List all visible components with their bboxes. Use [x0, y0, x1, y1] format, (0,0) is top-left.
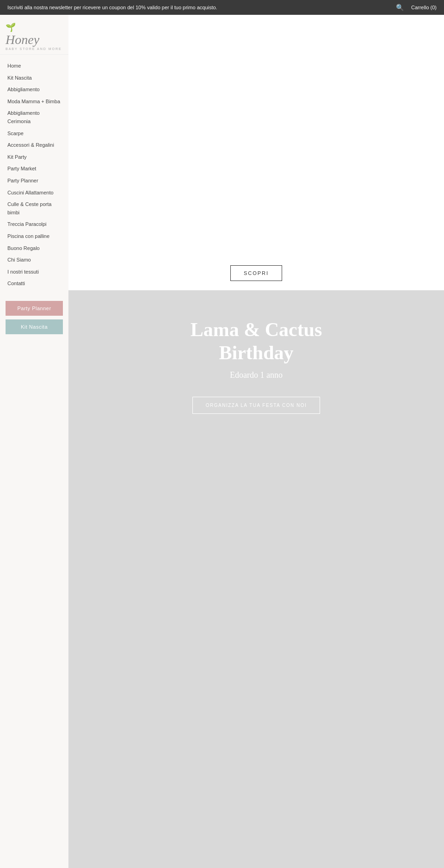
sidebar-nav-item[interactable]: Treccia Paracolpi [0, 219, 68, 231]
top-banner: Iscriviti alla nostra newsletter per ric… [0, 0, 444, 15]
page-wrapper: 🌱 Honey BABY STORE AND MORE HomeKit Nasc… [0, 15, 444, 868]
sidebar-nav-item[interactable]: Party Planner [0, 175, 68, 187]
sidebar-nav-item[interactable]: Chi Siamo [0, 254, 68, 266]
sidebar-nav-item[interactable]: Accessori & Regalini [0, 139, 68, 151]
feature-subtitle: Edoardo 1 anno [230, 370, 283, 380]
banner-right: 🔍 Carrello (0) [396, 4, 437, 11]
sidebar-cta: Party Planner Kit Nascita [0, 293, 68, 340]
sidebar-nav-item[interactable]: Kit Nascita [0, 72, 68, 84]
sidebar-nav-item[interactable]: Moda Mamma + Bimba [0, 96, 68, 108]
party-planner-button[interactable]: Party Planner [6, 301, 63, 316]
search-icon[interactable]: 🔍 [396, 4, 404, 11]
sidebar-nav-item[interactable]: Scarpe [0, 128, 68, 140]
sidebar-nav-item[interactable]: Abbigliamento [0, 84, 68, 96]
sidebar-nav-item[interactable]: Culle & Ceste porta bimbi [0, 199, 68, 219]
feature-section: Lama & Cactus Birthday Edoardo 1 anno OR… [68, 290, 444, 868]
scopri-button[interactable]: SCOPRI [230, 265, 282, 281]
sidebar-nav: HomeKit NascitaAbbigliamentoModa Mamma +… [0, 55, 68, 293]
organize-button[interactable]: ORGANIZZA LA TUA FESTA CON NOI [192, 397, 321, 414]
sidebar-nav-item[interactable]: I nostri tessuti [0, 266, 68, 278]
sidebar-nav-item[interactable]: Buono Regalo [0, 243, 68, 255]
sidebar-nav-item[interactable]: Party Market [0, 163, 68, 175]
sidebar: 🌱 Honey BABY STORE AND MORE HomeKit Nasc… [0, 15, 68, 868]
logo-subtitle: BABY STORE AND MORE [6, 47, 63, 50]
main-content: SCOPRI Lama & Cactus Birthday Edoardo 1 … [68, 15, 444, 868]
logo-area: 🌱 Honey BABY STORE AND MORE [0, 15, 68, 55]
hero-section: SCOPRI [68, 15, 444, 290]
sidebar-nav-item[interactable]: Cuscini Allattamento [0, 187, 68, 199]
sidebar-nav-item[interactable]: Home [0, 60, 68, 72]
logo-name: Honey [6, 33, 63, 46]
feature-title: Lama & Cactus Birthday [191, 318, 322, 365]
cart-label[interactable]: Carrello (0) [411, 5, 437, 10]
kit-nascita-button[interactable]: Kit Nascita [6, 319, 63, 334]
sidebar-nav-item[interactable]: Piscina con palline [0, 231, 68, 243]
logo-icon: 🌱 [6, 22, 63, 32]
sidebar-nav-item[interactable]: Abbigliamento Cerimonia [0, 107, 68, 127]
sidebar-nav-item[interactable]: Kit Party [0, 151, 68, 163]
sidebar-nav-item[interactable]: Contatti [0, 278, 68, 290]
banner-text: Iscriviti alla nostra newsletter per ric… [7, 5, 217, 10]
